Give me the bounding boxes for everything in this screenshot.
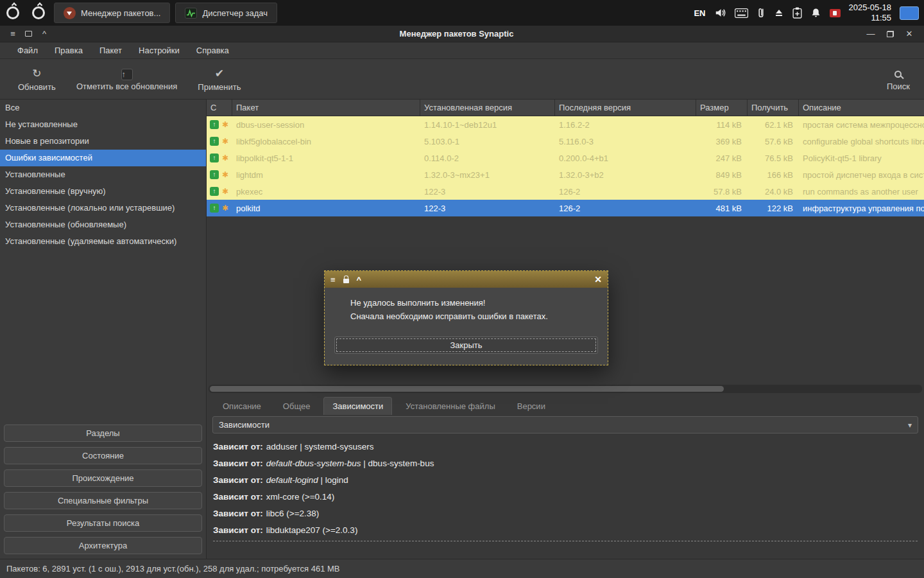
dialog-titlebar[interactable]: ≡ ^ ✕	[325, 271, 608, 288]
column-header-download[interactable]: Получить	[748, 100, 799, 116]
menu-package[interactable]: Пакет	[91, 46, 130, 55]
menu-edit[interactable]: Правка	[46, 46, 91, 55]
horizontal-scrollbar[interactable]	[209, 385, 922, 393]
dialog-menu-icon[interactable]: ≡	[330, 275, 336, 285]
eject-removable-media-icon[interactable]	[774, 8, 784, 18]
menu-file[interactable]: Файл	[9, 46, 46, 55]
download-size: 24.0 kB	[748, 187, 799, 197]
desktop: { "colors": { "selection-blue": "#3f7ecf…	[0, 0, 924, 578]
package-row-dbus-user-session[interactable]: ↑ ✱ dbus-user-session 1.14.10-1~deb12u1 …	[207, 116, 924, 133]
dialog-close-button[interactable]: ✕	[594, 274, 602, 285]
upgrade-status-icon: ↑	[210, 137, 219, 146]
notifications-bell-icon[interactable]	[810, 7, 821, 19]
package-row-polkitd[interactable]: ↑ ✱ polkitd 122-3 126-2 481 kB 122 kB ин…	[207, 200, 924, 216]
lock-icon[interactable]	[343, 279, 349, 283]
package-description: простой диспетчер входа в систему	[799, 170, 924, 180]
sidebar-item-not-installed[interactable]: Не установленные	[0, 116, 206, 133]
taskbar-item-label: Диспетчер задач	[202, 8, 268, 18]
dependency-item[interactable]: Зависит от:libc6 (>=2.38)	[213, 505, 918, 522]
sidebar-item-new-in-repository[interactable]: Новые в репозитории	[0, 133, 206, 150]
filter-button-group: Разделы Состояние Происхождение Специаль…	[4, 425, 202, 554]
filter-button-custom-filters[interactable]: Специальные фильтры	[4, 492, 202, 509]
details-tabs: Описание Общее Зависимости Установленные…	[207, 393, 924, 415]
column-header-status[interactable]: С	[207, 100, 232, 116]
filter-button-sections[interactable]: Разделы	[4, 425, 202, 442]
shade-icon[interactable]: ^	[37, 29, 52, 39]
minimize-button[interactable]: —	[861, 29, 880, 39]
time-label: 11:55	[849, 13, 892, 23]
sidebar-item-installed-upgradable[interactable]: Установленные (обновляемые)	[0, 216, 206, 233]
status-cell: ↑ ✱	[207, 153, 232, 162]
keyboard-layout-indicator[interactable]: EN	[694, 8, 705, 18]
dialog-shade-icon[interactable]: ^	[357, 275, 362, 285]
installed-version: 0.114.0-2	[420, 153, 555, 163]
dependency-item[interactable]: Зависит от:xml-core (>=0.14)	[213, 489, 918, 505]
refresh-button[interactable]: ↻ Обновить	[18, 67, 56, 92]
column-header-installed-version[interactable]: Установленная версия	[420, 100, 555, 116]
tab-description[interactable]: Описание	[214, 398, 270, 415]
column-header-size[interactable]: Размер	[696, 100, 748, 116]
package-size: 247 kB	[696, 153, 748, 163]
scrollbar-thumb[interactable]	[210, 386, 724, 392]
tab-installed-files[interactable]: Установленные файлы	[397, 398, 503, 415]
dropdown-value: Зависимости	[219, 420, 270, 430]
dependency-item[interactable]: Зависит от:default-logind | logind	[213, 472, 918, 489]
launcher-button-2[interactable]	[26, 0, 51, 26]
sidebar-item-installed[interactable]: Установленные	[0, 166, 206, 183]
close-button[interactable]: ✕	[900, 29, 919, 39]
maximize-button[interactable]	[880, 31, 900, 37]
mark-all-upgrades-button[interactable]: ↑ Отметить все обновления	[76, 67, 177, 91]
apply-button[interactable]: ✔ Применить	[198, 67, 241, 92]
sidebar-item-installed-autoremovable[interactable]: Установленные (удаляемые автоматически)	[0, 233, 206, 250]
dialog-close-action-button[interactable]: Закрыть	[334, 337, 598, 354]
dependency-prefix: Зависит от:	[213, 459, 263, 468]
launcher-button-1[interactable]	[0, 0, 26, 26]
tab-common[interactable]: Общее	[275, 398, 319, 415]
package-row-libpolkit-qt5-1-1[interactable]: ↑ ✱ libpolkit-qt5-1-1 0.114.0-2 0.200.0-…	[207, 150, 924, 166]
column-header-latest-version[interactable]: Последняя версия	[555, 100, 696, 116]
dependency-type-dropdown[interactable]: Зависимости ▾	[212, 416, 918, 434]
column-header-description[interactable]: Описание	[799, 100, 924, 116]
software-updater-icon[interactable]	[792, 7, 802, 19]
pin-icon[interactable]	[25, 31, 32, 37]
filter-button-architecture[interactable]: Архитектура	[4, 537, 202, 554]
package-row-pkexec[interactable]: ↑ ✱ pkexec 122-3 126-2 57.8 kB 24.0 kB r…	[207, 183, 924, 200]
menu-help[interactable]: Справка	[188, 46, 237, 55]
package-row-libkf5globalaccel-bin[interactable]: ↑ ✱ libkf5globalaccel-bin 5.103.0-1 5.11…	[207, 133, 924, 150]
dependency-item[interactable]: Зависит от:libduktape207 (>=2.0.3)	[213, 522, 918, 539]
tab-dependencies[interactable]: Зависимости	[323, 397, 392, 415]
show-desktop-button[interactable]	[900, 6, 919, 20]
package-row-lightdm[interactable]: ↑ ✱ lightdm 1.32.0-3~mx23+1 1.32.0-3+b2 …	[207, 166, 924, 183]
keyboard-icon[interactable]	[735, 8, 748, 18]
window-titlebar[interactable]: ≡ ^ Менеджер пакетов Synaptic — ✕	[0, 26, 924, 42]
tab-versions[interactable]: Версии	[509, 398, 554, 415]
search-button[interactable]: Поиск	[887, 67, 910, 91]
system-tray: EN 2025-05-18 11:55	[694, 3, 924, 23]
filter-button-status[interactable]: Состояние	[4, 447, 202, 464]
sidebar-item-broken-dependencies[interactable]: Ошибки зависимостей	[0, 150, 206, 166]
status-cell: ↑ ✱	[207, 170, 232, 179]
menu-settings[interactable]: Настройки	[130, 46, 188, 55]
chevron-down-icon: ▾	[908, 421, 912, 430]
date-label: 2025-05-18	[849, 3, 892, 13]
dependency-prefix: Зависит от:	[213, 492, 263, 502]
dependency-item[interactable]: Зависит от:adduser | systemd-sysusers	[213, 439, 918, 455]
column-header-package[interactable]: Пакет	[232, 100, 420, 116]
taskbar-item-synaptic[interactable]: Менеджер пакетов...	[54, 3, 170, 23]
taskbar-item-taskmanager[interactable]: Диспетчер задач	[175, 3, 277, 23]
filter-button-origin[interactable]: Происхождение	[4, 469, 202, 487]
download-size: 122 kB	[748, 204, 799, 213]
sidebar-item-all[interactable]: Все	[0, 100, 206, 116]
filter-button-search-results[interactable]: Результаты поиска	[4, 514, 202, 532]
sidebar-item-installed-manual[interactable]: Установленные (вручную)	[0, 183, 206, 200]
clock[interactable]: 2025-05-18 11:55	[849, 3, 892, 23]
window-menu-icon[interactable]: ≡	[5, 29, 21, 39]
volume-icon[interactable]	[714, 7, 726, 19]
dependency-virtual: default-dbus-system-bus	[266, 459, 361, 468]
dependency-virtual: default-logind	[266, 475, 318, 485]
clipboard-manager-icon[interactable]	[757, 7, 766, 19]
dependency-prefix: Зависит от:	[213, 509, 263, 518]
dependency-item[interactable]: Зависит от:default-dbus-system-bus | dbu…	[213, 455, 918, 472]
flag-indicator-icon[interactable]	[830, 9, 841, 17]
sidebar-item-installed-local-obsolete[interactable]: Установленные (локально или устаревшие)	[0, 200, 206, 216]
